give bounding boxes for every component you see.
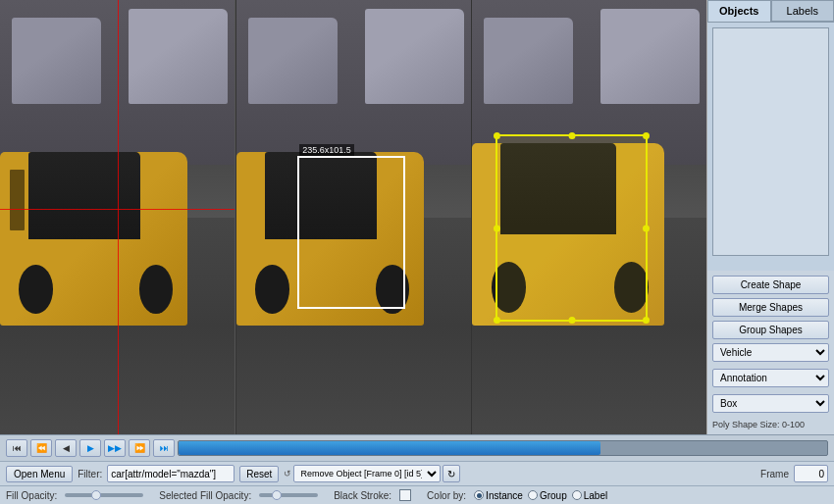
app-container: 235.6x101.5 — [0, 0, 834, 504]
filter-input[interactable] — [107, 465, 235, 482]
sidebar-tabs: Objects Labels — [707, 0, 834, 23]
skip-to-end-icon: ⏭ — [160, 443, 169, 453]
black-stroke-checkbox[interactable] — [399, 489, 411, 501]
annotation-dimensions: 235.6x101.5 — [299, 144, 354, 156]
label-label: Label — [584, 490, 607, 501]
color-by-label-option[interactable]: Label — [572, 490, 607, 501]
step-back-icon: ◀ — [63, 443, 70, 453]
instance-label: Instance — [486, 490, 523, 501]
box-dropdown[interactable]: Box — [712, 394, 829, 413]
annotation-dropdown[interactable]: Annotation — [712, 369, 829, 387]
refresh-button[interactable]: ↻ — [443, 465, 460, 482]
remove-object-dropdown[interactable]: Remove Object [Frame 0] [id 5] None — [293, 465, 441, 482]
annotation-box-white: 235.6x101.5 — [297, 156, 405, 308]
color-by-label: Color by: — [427, 490, 466, 501]
skip-to-start-icon: ⏮ — [13, 443, 22, 453]
color-by-instance[interactable]: Instance — [474, 490, 523, 501]
handle-mt[interactable] — [568, 132, 575, 139]
filter-label: Filter: — [78, 469, 102, 479]
panel-2: 235.6x101.5 — [235, 0, 472, 434]
play-button[interactable]: ▶ — [79, 439, 101, 457]
panel-1 — [0, 0, 235, 434]
sidebar-object-list — [707, 23, 834, 271]
fill-opacity-label: Fill Opacity: — [6, 490, 57, 501]
handle-ml[interactable] — [494, 225, 500, 231]
playback-row: ⏮ ⏪ ◀ ▶ ▶▶ ⏩ ⏭ — [0, 435, 834, 462]
instance-radio[interactable] — [474, 490, 484, 500]
step-forward-button[interactable]: ▶▶ — [104, 439, 126, 457]
right-sidebar: Objects Labels Create Shape Merge Shapes… — [706, 0, 834, 434]
selected-fill-opacity-thumb — [272, 490, 282, 500]
video-panels: 235.6x101.5 — [0, 0, 706, 434]
color-by-group[interactable]: Group — [528, 490, 567, 501]
skip-to-end-button[interactable]: ⏭ — [153, 439, 175, 457]
step-back-button[interactable]: ◀ — [55, 439, 77, 457]
fast-forward-icon: ⏩ — [134, 443, 145, 453]
filter-row: Open Menu Filter: Reset ↺ Remove Object … — [0, 462, 834, 486]
selected-fill-opacity-label: Selected Fill Opacity: — [159, 490, 251, 501]
group-radio[interactable] — [528, 490, 538, 500]
bottom-controls: ⏮ ⏪ ◀ ▶ ▶▶ ⏩ ⏭ — [0, 434, 834, 504]
label-radio[interactable] — [572, 490, 582, 500]
fill-opacity-slider[interactable] — [65, 493, 143, 497]
create-shape-button[interactable]: Create Shape — [712, 276, 829, 294]
open-menu-button[interactable]: Open Menu — [6, 466, 73, 482]
vehicle-dropdown[interactable]: Vehicle — [712, 343, 829, 362]
selected-fill-opacity-slider[interactable] — [259, 493, 318, 497]
handle-br[interactable] — [643, 317, 650, 324]
crosshair-horizontal — [0, 209, 235, 210]
black-stroke-label: Black Stroke: — [334, 490, 391, 501]
tab-objects[interactable]: Objects — [707, 0, 771, 22]
skip-to-start-button[interactable]: ⏮ — [6, 439, 27, 457]
progress-bar[interactable] — [178, 440, 828, 456]
group-shapes-button[interactable]: Group Shapes — [712, 321, 829, 339]
tab-labels[interactable]: Labels — [771, 0, 835, 22]
annotation-box-yellow[interactable]: Vehicle 0 difficult: false view: side co… — [495, 134, 648, 321]
opacity-row: Fill Opacity: Selected Fill Opacity: Bla… — [0, 486, 834, 504]
refresh-icon: ↻ — [447, 469, 455, 479]
remove-group: ↺ Remove Object [Frame 0] [id 5] None ↻ — [284, 465, 460, 482]
step-forward-icon: ▶▶ — [108, 443, 122, 453]
handle-mr[interactable] — [643, 225, 650, 231]
main-area: 235.6x101.5 — [0, 0, 834, 434]
refresh-icon-before: ↺ — [284, 469, 291, 479]
sidebar-actions: Create Shape Merge Shapes Group Shapes V… — [707, 271, 834, 434]
handle-tl[interactable] — [494, 132, 500, 139]
frame-input[interactable] — [794, 465, 828, 482]
color-by-group: Instance Group Label — [474, 490, 607, 501]
fast-rewind-button[interactable]: ⏪ — [30, 439, 52, 457]
frame-label: Frame — [760, 469, 789, 479]
crosshair-vertical — [118, 0, 119, 434]
handle-mb[interactable] — [568, 317, 575, 324]
merge-shapes-button[interactable]: Merge Shapes — [712, 298, 829, 317]
fast-rewind-icon: ⏪ — [36, 443, 47, 453]
object-list-panel[interactable] — [712, 27, 829, 256]
fill-opacity-thumb — [91, 490, 101, 500]
play-icon: ▶ — [87, 443, 94, 453]
group-label: Group — [540, 490, 567, 501]
poly-shape-label: Poly Shape Size: 0-100 — [712, 420, 829, 429]
panel-3: Vehicle 0 difficult: false view: side co… — [472, 0, 706, 434]
handle-bl[interactable] — [494, 317, 500, 324]
reset-button[interactable]: Reset — [239, 466, 279, 482]
fast-forward-button[interactable]: ⏩ — [129, 439, 150, 457]
progress-fill — [179, 441, 600, 455]
